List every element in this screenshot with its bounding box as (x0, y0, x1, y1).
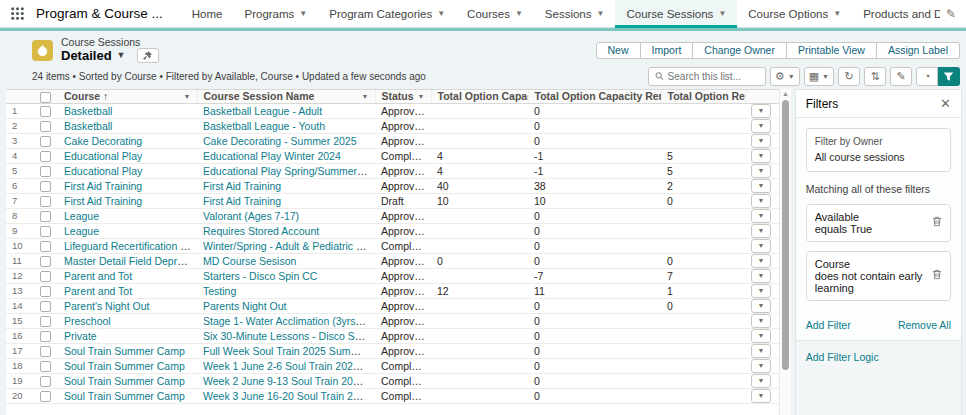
chevron-down-icon[interactable]: ▼ (718, 9, 726, 18)
course-link[interactable]: Parent and Tot (64, 270, 132, 282)
row-checkbox[interactable] (40, 271, 51, 282)
course-link[interactable]: League (64, 225, 99, 237)
course-session-name-link[interactable]: First Aid Training (203, 180, 281, 192)
filter-button[interactable] (938, 67, 960, 86)
tab-home[interactable]: Home (181, 0, 234, 28)
column-header-total-option-registrants[interactable]: Total Option Registrants▼ (661, 90, 745, 103)
row-actions-menu-button[interactable]: ▼ (751, 389, 771, 403)
course-link[interactable]: Basketball (64, 120, 112, 132)
row-actions-menu-button[interactable]: ▼ (751, 254, 771, 268)
row-actions-menu-button[interactable]: ▼ (751, 104, 771, 118)
column-header-status[interactable]: Status▼ (375, 90, 431, 103)
row-actions-menu-button[interactable]: ▼ (751, 344, 771, 358)
course-session-name-link[interactable]: Basketball League - Youth (203, 120, 325, 132)
add-filter-link[interactable]: Add Filter (806, 319, 851, 331)
row-checkbox[interactable] (40, 196, 51, 207)
row-actions-menu-button[interactable]: ▼ (751, 164, 771, 178)
row-checkbox[interactable] (40, 241, 51, 252)
chevron-down-icon[interactable]: ▼ (184, 93, 191, 100)
row-checkbox[interactable] (40, 256, 51, 267)
chevron-down-icon[interactable]: ▼ (418, 93, 425, 100)
filter-item-available[interactable]: Availableequals True (806, 204, 951, 242)
tab-products-and-discounts[interactable]: Products and Discounts▼ (852, 0, 940, 28)
row-actions-menu-button[interactable]: ▼ (751, 179, 771, 193)
course-session-name-link[interactable]: Cake Decorating - Summer 2025 (203, 135, 357, 147)
search-input[interactable] (668, 71, 759, 82)
row-actions-menu-button[interactable]: ▼ (751, 269, 771, 283)
filter-by-owner-card[interactable]: Filter by Owner All course sessions (806, 128, 951, 172)
row-actions-menu-button[interactable]: ▼ (751, 374, 771, 388)
row-checkbox[interactable] (40, 376, 51, 387)
printable-view-button[interactable]: Printable View (787, 42, 877, 59)
chevron-down-icon[interactable]: ▼ (117, 51, 126, 60)
chevron-down-icon[interactable]: ▼ (515, 9, 523, 18)
course-session-name-link[interactable]: Testing (203, 285, 236, 297)
course-link[interactable]: First Aid Training (64, 195, 142, 207)
course-session-name-link[interactable]: Week 3 June 16-20 Soul Train 2025 Summer… (203, 390, 375, 402)
course-link[interactable]: Soul Train Summer Camp (64, 375, 185, 387)
course-session-name-link[interactable]: MD Course Sesison (203, 255, 296, 267)
row-checkbox[interactable] (40, 151, 51, 162)
chevron-down-icon[interactable]: ▼ (597, 9, 605, 18)
course-session-name-link[interactable]: Educational Play Spring/Summer 2025 (203, 165, 375, 177)
course-link[interactable]: Educational Play (64, 165, 142, 177)
pin-list-view-button[interactable] (137, 48, 159, 63)
display-as-button[interactable]: ▦▼ (804, 67, 834, 86)
select-all-checkbox[interactable] (40, 92, 51, 103)
course-link[interactable]: Preschool (64, 315, 111, 327)
import-button[interactable]: Import (641, 42, 694, 59)
course-session-name-link[interactable]: Requires Stored Account (203, 225, 319, 237)
course-link[interactable]: Cake Decorating (64, 135, 142, 147)
course-link[interactable]: Educational Play (64, 150, 142, 162)
course-link[interactable]: Parent's Night Out (64, 300, 149, 312)
course-link[interactable]: Soul Train Summer Camp (64, 345, 185, 357)
row-actions-menu-button[interactable]: ▼ (751, 119, 771, 133)
sort-button[interactable]: ⇅ (864, 67, 886, 86)
course-session-name-link[interactable]: Educational Play Winter 2024 (203, 150, 341, 162)
course-session-name-link[interactable]: Valorant (Ages 7-17) (203, 210, 299, 222)
chevron-down-icon[interactable]: ▼ (299, 9, 307, 18)
row-actions-menu-button[interactable]: ▼ (751, 299, 771, 313)
row-checkbox[interactable] (40, 166, 51, 177)
chevron-down-icon[interactable]: ▼ (437, 9, 445, 18)
row-actions-menu-button[interactable]: ▼ (751, 284, 771, 298)
course-link[interactable]: League (64, 210, 99, 222)
row-actions-menu-button[interactable]: ▼ (751, 194, 771, 208)
row-actions-menu-button[interactable]: ▼ (751, 314, 771, 328)
assign-label-button[interactable]: Assign Label (877, 42, 960, 59)
row-actions-menu-button[interactable]: ▼ (751, 329, 771, 343)
remove-filter-button[interactable] (932, 216, 942, 229)
tab-course-options[interactable]: Course Options▼ (737, 0, 852, 28)
course-session-name-link[interactable]: First Aid Training (203, 195, 281, 207)
tab-program-categories[interactable]: Program Categories▼ (318, 0, 456, 28)
tab-sessions[interactable]: Sessions▼ (534, 0, 616, 28)
row-actions-menu-button[interactable]: ▼ (751, 134, 771, 148)
row-checkbox[interactable] (40, 316, 51, 327)
course-session-name-link[interactable]: Full Week Soul Train 2025 Summer Camp (203, 345, 375, 357)
row-checkbox[interactable] (40, 331, 51, 342)
row-checkbox[interactable] (40, 301, 51, 312)
row-checkbox[interactable] (40, 391, 51, 402)
remove-all-link[interactable]: Remove All (898, 319, 951, 331)
row-actions-menu-button[interactable]: ▼ (751, 209, 771, 223)
inline-edit-button[interactable]: ✎ (890, 67, 912, 86)
chevron-down-icon[interactable]: ▼ (833, 9, 841, 18)
course-link[interactable]: Soul Train Summer Camp (64, 390, 185, 402)
course-link[interactable]: First Aid Training (64, 180, 142, 192)
course-session-name-link[interactable]: Week 2 June 9-13 Soul Train 2025 Summer … (203, 375, 375, 387)
course-session-name-link[interactable]: Basketball League - Adult (203, 105, 322, 117)
course-link[interactable]: Basketball (64, 105, 112, 117)
course-link[interactable]: Master Detail Field Deprecation Validati… (64, 255, 197, 267)
filter-item-course[interactable]: Coursedoes not contain early learning (806, 251, 951, 301)
course-link[interactable]: Lifeguard Recertification (Blended Learn… (64, 240, 197, 252)
edit-navigation-icon[interactable]: ✎ (944, 7, 958, 21)
course-session-name-link[interactable]: Starters - Disco Spin CC (203, 270, 317, 282)
list-settings-button[interactable]: ⚙▼ (770, 67, 800, 86)
row-actions-menu-button[interactable]: ▼ (751, 239, 771, 253)
row-checkbox[interactable] (40, 226, 51, 237)
row-checkbox[interactable] (40, 361, 51, 372)
app-launcher-icon[interactable] (8, 5, 26, 23)
column-header-total-option-capacity-remaining[interactable]: Total Option Capacity Remaining▼ (528, 90, 661, 103)
course-session-name-link[interactable]: Stage 1- Water Acclimation (3yrs- 5yrs) (203, 315, 375, 327)
refresh-button[interactable]: ↻ (838, 67, 860, 86)
